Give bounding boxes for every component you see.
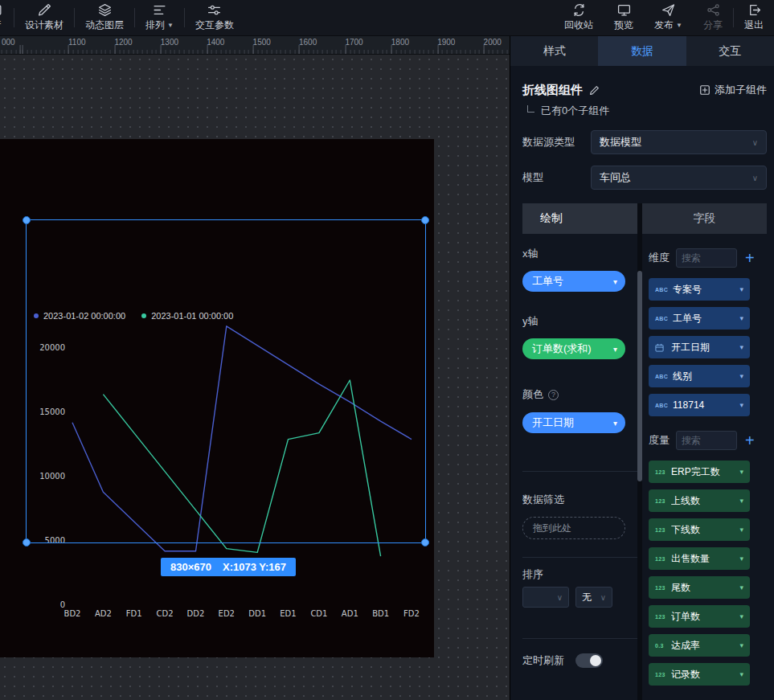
- toolbar-item-label: 产: [0, 18, 2, 32]
- svg-text:ED1: ED1: [280, 609, 296, 618]
- measure-field[interactable]: 0.3达成率▾: [649, 634, 750, 657]
- toolbar-item-assets[interactable]: 产: [0, 3, 14, 32]
- toolbar-spacer: [244, 0, 554, 35]
- toolbar-item-interaction-params[interactable]: 交互参数: [185, 3, 244, 32]
- toolbar-item-arrange[interactable]: 排列▼: [135, 3, 184, 32]
- dimension-field[interactable]: ABC工单号▾: [649, 307, 750, 330]
- toolbar-item-label: 排列: [145, 18, 165, 32]
- svg-text:AD1: AD1: [342, 609, 358, 618]
- measure-field[interactable]: 123ERP完工数▾: [649, 461, 750, 483]
- toolbar-item-exit[interactable]: 退出: [734, 3, 774, 32]
- sort-mode-select[interactable]: 无 ∨: [575, 587, 612, 608]
- field-type-badge: 123: [655, 556, 666, 562]
- resize-handle-bottom-right[interactable]: [421, 538, 429, 546]
- filter-dropzone[interactable]: 拖到此处: [522, 517, 625, 539]
- toolbar-item-recycle-bin[interactable]: 回收站: [554, 3, 604, 32]
- component-title: 折线图组件: [522, 83, 583, 98]
- field-type-badge: 123: [655, 469, 666, 475]
- datasource-type-value: 数据模型: [600, 135, 641, 149]
- toolbar-item-preview[interactable]: 预览: [604, 3, 644, 32]
- datasource-type-select[interactable]: 数据模型 ∨: [591, 130, 767, 154]
- toolbar-item-share[interactable]: 分享: [693, 3, 733, 32]
- canvas-column: 0001100120013001400150016001700180019002…: [0, 36, 510, 700]
- sort-label: 排序: [522, 567, 637, 582]
- measure-field[interactable]: 123订单数▾: [649, 605, 750, 628]
- resize-handle-top-left[interactable]: [23, 216, 31, 224]
- chevron-down-icon: ▾: [739, 526, 743, 534]
- svg-text:CD1: CD1: [310, 609, 327, 618]
- measure-label: 度量: [649, 433, 670, 448]
- toolbar-right: 回收站预览发布▼分享退出: [554, 0, 774, 35]
- edit-title-icon[interactable]: [589, 85, 600, 96]
- subtab-fields[interactable]: 字段: [642, 203, 767, 234]
- subtab-draw[interactable]: 绘制: [522, 203, 637, 234]
- y-axis-field-value: 订单数(求和): [532, 342, 592, 356]
- design-canvas[interactable]: 2023-01-02 00:00:002023-01-01 00:00:00 0…: [0, 55, 510, 700]
- measure-search-input[interactable]: [676, 431, 737, 450]
- add-measure-icon[interactable]: +: [745, 433, 755, 448]
- tab-data[interactable]: 数据: [598, 36, 686, 66]
- add-child-component-button[interactable]: 添加子组件: [699, 83, 767, 97]
- toolbar-item-dynamic-layers[interactable]: 动态图层: [75, 3, 134, 32]
- field-name: 出售数量: [671, 552, 735, 566]
- ruler-mark: 1600: [299, 38, 317, 47]
- color-field-pill[interactable]: 开工日期 ▾: [522, 412, 625, 433]
- field-name: 118714: [673, 399, 735, 411]
- toolbar-left: 产设计素材动态图层排列▼交互参数: [0, 0, 244, 35]
- tab-style[interactable]: 样式: [510, 36, 598, 66]
- measure-field[interactable]: 123出售数量▾: [649, 547, 750, 570]
- model-select[interactable]: 车间总 ∨: [591, 166, 767, 190]
- dynamic-layers-icon: [98, 3, 112, 17]
- resize-handle-top-right[interactable]: [421, 216, 429, 224]
- field-type-badge: 0.3: [655, 643, 666, 649]
- data-filter-label: 数据筛选: [522, 493, 637, 507]
- y-axis-field-pill[interactable]: 订单数(求和) ▾: [522, 338, 625, 359]
- arrange-icon: [153, 3, 166, 17]
- toolbar-item-design-assets[interactable]: 设计素材: [14, 3, 74, 32]
- ruler-mark: 1500: [253, 38, 271, 47]
- field-type-badge: 123: [655, 672, 666, 677]
- tab-interaction[interactable]: 交互: [686, 36, 774, 66]
- dimension-field[interactable]: ABC线别▾: [649, 365, 750, 387]
- toolbar-item-label: 动态图层: [85, 18, 124, 32]
- toolbar-item-label: 交互参数: [195, 18, 234, 32]
- dimension-field[interactable]: ABC118714▾: [649, 394, 750, 416]
- chevron-down-icon: ▾: [739, 285, 743, 293]
- size-position-badge: 830×670 X:1073 Y:167: [161, 558, 296, 576]
- sort-field-select[interactable]: ∨: [522, 587, 569, 608]
- field-name: 尾数: [671, 581, 735, 595]
- resize-handle-bottom-left[interactable]: [23, 538, 31, 546]
- measure-field[interactable]: 123上线数▾: [649, 489, 750, 512]
- dimension-search-input[interactable]: [676, 248, 737, 268]
- svg-text:0: 0: [60, 600, 65, 609]
- help-icon[interactable]: ?: [548, 390, 559, 400]
- field-type-badge: 123: [655, 585, 666, 591]
- x-axis-field-pill[interactable]: 工单号 ▾: [522, 271, 625, 292]
- field-name: 订单数: [671, 610, 735, 624]
- field-type-badge: ABC: [655, 287, 668, 293]
- position-label: X:1073 Y:167: [223, 561, 286, 573]
- measure-field[interactable]: 123记录数▾: [649, 663, 750, 686]
- chevron-down-icon: ▾: [739, 555, 743, 563]
- panel-scrollbar[interactable]: [637, 234, 642, 700]
- divider: [522, 471, 637, 472]
- scrollbar-thumb[interactable]: [637, 271, 642, 481]
- chevron-down-icon: ▾: [739, 372, 743, 380]
- ruler-mark: 1400: [207, 38, 224, 47]
- toolbar-item-publish[interactable]: 发布▼: [644, 3, 693, 32]
- chevron-down-icon: ▾: [739, 583, 743, 592]
- dimension-field[interactable]: ABC专案号▾: [649, 278, 750, 301]
- selection-box[interactable]: [26, 219, 426, 543]
- field-name: 专案号: [673, 283, 735, 297]
- toolbar-item-label: 预览: [614, 18, 633, 32]
- auto-refresh-toggle[interactable]: [575, 653, 603, 668]
- dimension-field[interactable]: 开工日期▾: [649, 336, 750, 358]
- measure-field[interactable]: 123下线数▾: [649, 518, 750, 541]
- exit-icon: [747, 3, 761, 17]
- chevron-down-icon: ▾: [613, 277, 617, 286]
- field-type-badge: 123: [655, 527, 666, 533]
- recycle-bin-icon: [572, 3, 586, 17]
- add-dimension-icon[interactable]: +: [745, 251, 755, 265]
- child-count-label: 已有0个子组件: [541, 104, 609, 118]
- measure-field[interactable]: 123尾数▾: [649, 576, 750, 599]
